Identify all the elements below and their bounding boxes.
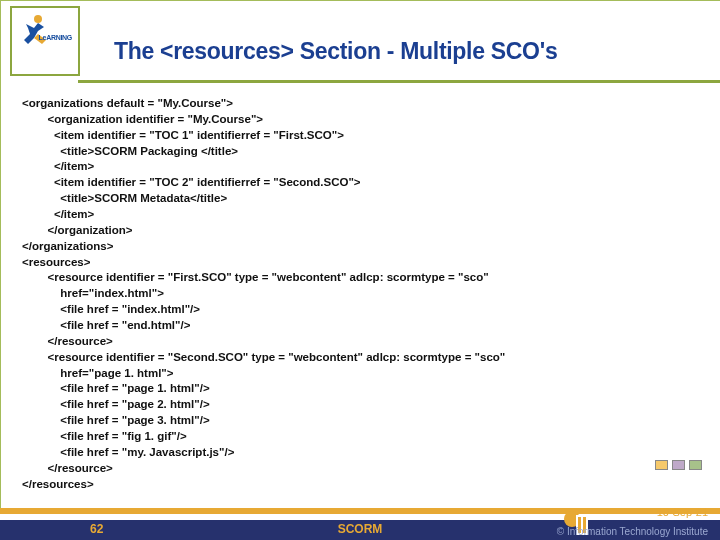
chip-3	[689, 460, 702, 470]
chip-2	[672, 460, 685, 470]
color-chips	[655, 460, 702, 470]
svg-point-0	[34, 15, 42, 23]
logo: LeARNING	[10, 6, 80, 76]
footer-date: 10-Sep-21	[657, 506, 708, 518]
runner-icon	[20, 14, 48, 50]
chip-1	[655, 460, 668, 470]
footer: 62 SCORM 10-Sep-21 © Information Technol…	[0, 502, 720, 540]
title-underline	[78, 80, 720, 83]
logo-text: LeARNING	[39, 34, 72, 41]
page-title: The <resources> Section - Multiple SCO's	[114, 38, 557, 65]
code-listing: <organizations default = "My.Course"> <o…	[22, 96, 690, 492]
footer-copyright: © Information Technology Institute	[557, 526, 708, 537]
